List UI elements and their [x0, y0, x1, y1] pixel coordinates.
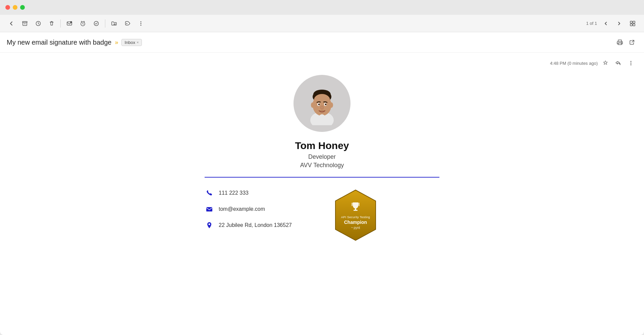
email-address: tom@example.com	[219, 206, 265, 212]
svg-point-31	[311, 102, 314, 108]
signature-content: Tom Honey Developer AVV Technology	[0, 68, 644, 335]
contact-phone: 111 222 333	[205, 188, 292, 198]
label-button[interactable]	[121, 17, 133, 30]
email-more-button[interactable]	[626, 58, 636, 68]
clock-button[interactable]	[32, 17, 44, 30]
svg-point-34	[209, 224, 210, 225]
inbox-badge: Inbox ×	[121, 39, 142, 46]
move-folder-button[interactable]	[108, 17, 120, 30]
star-button[interactable]	[600, 58, 610, 68]
contact-email: tom@example.com	[205, 204, 292, 214]
svg-point-6	[126, 23, 127, 24]
traffic-lights	[5, 5, 25, 10]
back-button[interactable]	[5, 17, 17, 30]
toolbar-separator	[60, 19, 61, 28]
svg-rect-13	[633, 24, 635, 26]
svg-rect-36	[355, 208, 356, 210]
svg-point-3	[70, 21, 72, 23]
svg-point-17	[631, 61, 632, 62]
svg-rect-14	[618, 40, 622, 42]
phone-icon	[205, 188, 214, 198]
maximize-button[interactable]	[20, 5, 25, 10]
svg-rect-15	[618, 43, 622, 45]
snooze-button[interactable]	[77, 17, 89, 30]
email-timestamp: 4:48 PM (0 minutes ago)	[550, 61, 598, 66]
phone-number: 111 222 333	[219, 190, 249, 196]
close-button[interactable]	[5, 5, 10, 10]
badge-title: API Security Testing	[341, 216, 370, 219]
contact-list: 111 222 333 tom@example.com	[205, 188, 292, 230]
subject-arrow: »	[115, 39, 118, 46]
email-icon	[205, 204, 214, 214]
svg-point-18	[631, 63, 632, 64]
titlebar	[0, 0, 644, 15]
person-company: AVV Technology	[300, 162, 344, 169]
svg-point-19	[631, 64, 632, 65]
badge-brand: ~ pynt	[351, 226, 360, 230]
inbox-close-button[interactable]: ×	[137, 40, 139, 44]
archive-button[interactable]	[19, 17, 31, 30]
nav-next-button[interactable]	[613, 17, 625, 30]
svg-point-8	[141, 23, 142, 24]
svg-rect-12	[630, 24, 632, 26]
badge-content: API Security Testing Champion ~ pynt	[341, 201, 370, 230]
svg-point-30	[325, 104, 327, 105]
page-counter: 1 of 1	[586, 21, 597, 26]
app-window: 1 of 1 My new email	[0, 0, 644, 335]
view-toggle-button[interactable]	[627, 17, 639, 30]
inbox-label: Inbox	[124, 40, 135, 45]
svg-point-16	[621, 42, 622, 43]
svg-rect-11	[633, 21, 635, 23]
print-button[interactable]	[614, 37, 625, 48]
subject-bar: My new email signature with badge » Inbo…	[0, 32, 644, 53]
subject-text: My new email signature with badge	[7, 39, 111, 46]
avatar-image	[300, 82, 344, 125]
toolbar-right: 1 of 1	[586, 17, 639, 30]
svg-rect-37	[354, 210, 358, 211]
svg-rect-0	[22, 21, 27, 22]
svg-rect-33	[206, 207, 212, 211]
contact-address: 22 Jubilee Rd, London 136527	[205, 221, 292, 230]
open-external-button[interactable]	[627, 37, 637, 48]
check-button[interactable]	[90, 17, 102, 30]
more-button[interactable]	[135, 17, 147, 30]
svg-point-7	[141, 21, 142, 22]
svg-point-32	[330, 102, 333, 108]
toolbar: 1 of 1	[0, 15, 644, 32]
badge-champion-label: Champion	[344, 220, 367, 225]
svg-rect-10	[630, 21, 632, 23]
signature-divider	[205, 177, 439, 178]
contact-badge-row: 111 222 333 tom@example.com	[205, 188, 439, 242]
mark-unread-button[interactable]	[63, 17, 75, 30]
toolbar-separator-2	[105, 19, 105, 28]
email-area: 4:48 PM (0 minutes ago)	[0, 53, 644, 335]
svg-point-29	[318, 104, 320, 105]
avatar	[293, 75, 351, 132]
person-title: Developer	[308, 153, 336, 160]
minimize-button[interactable]	[13, 5, 17, 10]
email-meta: 4:48 PM (0 minutes ago)	[0, 53, 644, 68]
svg-point-26	[314, 94, 330, 106]
delete-button[interactable]	[46, 17, 58, 30]
svg-point-9	[141, 25, 142, 26]
person-name: Tom Honey	[295, 140, 349, 151]
subject-actions	[614, 37, 637, 48]
nav-prev-button[interactable]	[600, 17, 612, 30]
badge-container: API Security Testing Champion ~ pynt	[332, 188, 379, 242]
trophy-icon	[350, 201, 361, 214]
reply-button[interactable]	[613, 58, 623, 68]
badge-brand-name: pynt	[354, 226, 360, 230]
hexagon-badge: API Security Testing Champion ~ pynt	[332, 188, 379, 242]
location-icon	[205, 221, 214, 230]
physical-address: 22 Jubilee Rd, London 136527	[219, 222, 292, 228]
